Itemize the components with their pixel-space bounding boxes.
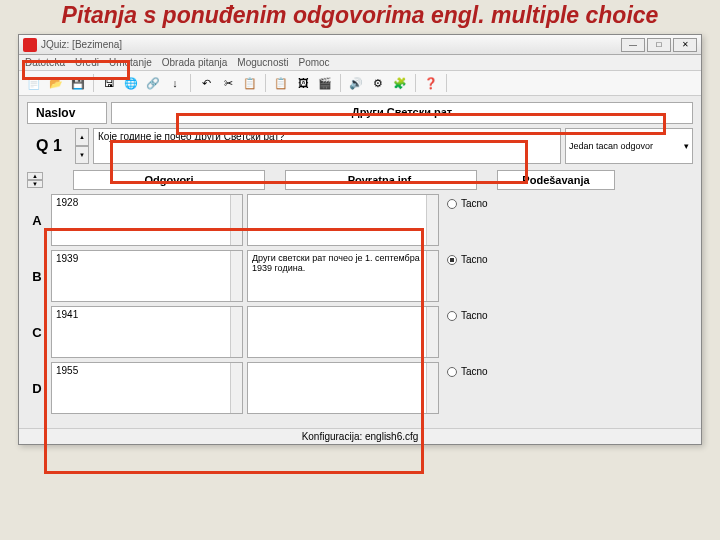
answer-row: B1939Други светски рат почео је 1. септе… xyxy=(27,250,693,302)
feedback-text-input[interactable]: Други светски рат почео је 1. септембра … xyxy=(247,250,439,302)
toolbar-button[interactable]: ⚙ xyxy=(369,74,387,92)
toolbar-button[interactable]: 🎬 xyxy=(316,74,334,92)
radio-icon xyxy=(447,367,457,377)
slide-title: Pitanja s ponuđenim odgovorima engl. mul… xyxy=(0,0,720,34)
app-icon xyxy=(23,38,37,52)
answer-text-input[interactable]: 1941 xyxy=(51,306,243,358)
spinner-down-icon[interactable]: ▼ xyxy=(27,180,43,188)
toolbar-button[interactable]: 📋 xyxy=(272,74,290,92)
toolbar-separator xyxy=(340,74,341,92)
toolbar: 📄📂💾🖫🌐🔗↓↶✂📋📋🖼🎬🔊⚙🧩❓ xyxy=(19,71,701,96)
correct-label: Tacno xyxy=(461,366,488,377)
scrollbar[interactable] xyxy=(230,195,242,245)
answer-text-input[interactable]: 1928 xyxy=(51,194,243,246)
scrollbar[interactable] xyxy=(426,251,438,301)
titlebar: JQuiz: [Bezimena] — □ ✕ xyxy=(19,35,701,55)
radio-icon xyxy=(447,255,457,265)
answer-letter: C xyxy=(27,306,47,358)
toolbar-button[interactable]: ✂ xyxy=(219,74,237,92)
scrollbar[interactable] xyxy=(426,307,438,357)
toolbar-button[interactable]: ❓ xyxy=(422,74,440,92)
spinner-down-icon[interactable]: ▼ xyxy=(75,146,89,164)
correct-radio[interactable]: Tacno xyxy=(447,366,557,377)
answer-letter: B xyxy=(27,250,47,302)
menu-item[interactable]: Pomoc xyxy=(299,57,330,68)
radio-icon xyxy=(447,311,457,321)
close-button[interactable]: ✕ xyxy=(673,38,697,52)
menu-item[interactable]: Uredi xyxy=(75,57,99,68)
feedback-text-input[interactable] xyxy=(247,306,439,358)
menu-item[interactable]: Datoteka xyxy=(25,57,65,68)
menu-item[interactable]: Obrada pitanja xyxy=(162,57,228,68)
toolbar-separator xyxy=(190,74,191,92)
answers-grid: A1928TacnoB1939Други светски рат почео ј… xyxy=(27,194,693,414)
answer-letter: D xyxy=(27,362,47,414)
toolbar-button[interactable]: 🔗 xyxy=(144,74,162,92)
feedback-text-input[interactable] xyxy=(247,194,439,246)
toolbar-button[interactable]: 🧩 xyxy=(391,74,409,92)
toolbar-button[interactable]: 🖼 xyxy=(294,74,312,92)
window-title: JQuiz: [Bezimena] xyxy=(41,39,122,50)
toolbar-separator xyxy=(446,74,447,92)
answer-text-input[interactable]: 1955 xyxy=(51,362,243,414)
toolbar-button[interactable]: 🌐 xyxy=(122,74,140,92)
question-text-input[interactable]: Које године је почео Други Светски рат? xyxy=(93,128,561,164)
q-prefix: Q xyxy=(36,137,48,155)
scrollbar[interactable] xyxy=(426,363,438,413)
correct-label: Tacno xyxy=(461,198,488,209)
chevron-down-icon: ▾ xyxy=(684,141,689,151)
menu-item[interactable]: Mogucnosti xyxy=(237,57,288,68)
toolbar-button[interactable]: 📄 xyxy=(25,74,43,92)
statusbar: Konfiguracija: english6.cfg xyxy=(19,428,701,444)
answer-settings: Tacno xyxy=(443,194,561,246)
answer-letter: A xyxy=(27,194,47,246)
toolbar-separator xyxy=(265,74,266,92)
answer-settings: Tacno xyxy=(443,362,561,414)
spinner-up-icon[interactable]: ▲ xyxy=(27,172,43,180)
correct-radio[interactable]: Tacno xyxy=(447,198,557,209)
toolbar-separator xyxy=(415,74,416,92)
answer-row: D1955Tacno xyxy=(27,362,693,414)
toolbar-button[interactable]: ↓ xyxy=(166,74,184,92)
feedback-text-input[interactable] xyxy=(247,362,439,414)
answer-row: A1928Tacno xyxy=(27,194,693,246)
toolbar-button[interactable]: 💾 xyxy=(69,74,87,92)
title-label: Naslov xyxy=(27,102,107,124)
content-area: Naslov Други Светски рат Q 1 ▲ ▼ Које го… xyxy=(19,96,701,428)
answer-row: C1941Tacno xyxy=(27,306,693,358)
maximize-button[interactable]: □ xyxy=(647,38,671,52)
question-number-label: Q 1 xyxy=(27,128,71,164)
scrollbar[interactable] xyxy=(230,307,242,357)
minimize-button[interactable]: — xyxy=(621,38,645,52)
scrollbar[interactable] xyxy=(230,251,242,301)
answers-header: Odgovori xyxy=(73,170,265,190)
app-window: JQuiz: [Bezimena] — □ ✕ DatotekaUrediUme… xyxy=(18,34,702,445)
scrollbar[interactable] xyxy=(426,195,438,245)
answer-spinner[interactable]: ▲ ▼ xyxy=(27,172,43,188)
settings-header: Podešavanja xyxy=(497,170,615,190)
question-type-select[interactable]: Jedan tacan odgovor ▾ xyxy=(565,128,693,164)
radio-icon xyxy=(447,199,457,209)
correct-radio[interactable]: Tacno xyxy=(447,254,557,265)
answer-settings: Tacno xyxy=(443,306,561,358)
toolbar-separator xyxy=(93,74,94,92)
correct-label: Tacno xyxy=(461,254,488,265)
toolbar-button[interactable]: 📋 xyxy=(241,74,259,92)
toolbar-button[interactable]: ↶ xyxy=(197,74,215,92)
correct-label: Tacno xyxy=(461,310,488,321)
question-spinner[interactable]: ▲ ▼ xyxy=(75,128,89,164)
question-type-value: Jedan tacan odgovor xyxy=(569,141,653,151)
scrollbar[interactable] xyxy=(230,363,242,413)
correct-radio[interactable]: Tacno xyxy=(447,310,557,321)
spinner-up-icon[interactable]: ▲ xyxy=(75,128,89,146)
q-num: 1 xyxy=(53,137,62,155)
menubar: DatotekaUrediUmetanjeObrada pitanjaMoguc… xyxy=(19,55,701,71)
toolbar-button[interactable]: 📂 xyxy=(47,74,65,92)
toolbar-button[interactable]: 🔊 xyxy=(347,74,365,92)
toolbar-button[interactable]: 🖫 xyxy=(100,74,118,92)
quiz-title-input[interactable]: Други Светски рат xyxy=(111,102,693,124)
menu-item[interactable]: Umetanje xyxy=(109,57,152,68)
answer-text-input[interactable]: 1939 xyxy=(51,250,243,302)
feedback-header: Povratna inf. xyxy=(285,170,477,190)
answer-settings: Tacno xyxy=(443,250,561,302)
